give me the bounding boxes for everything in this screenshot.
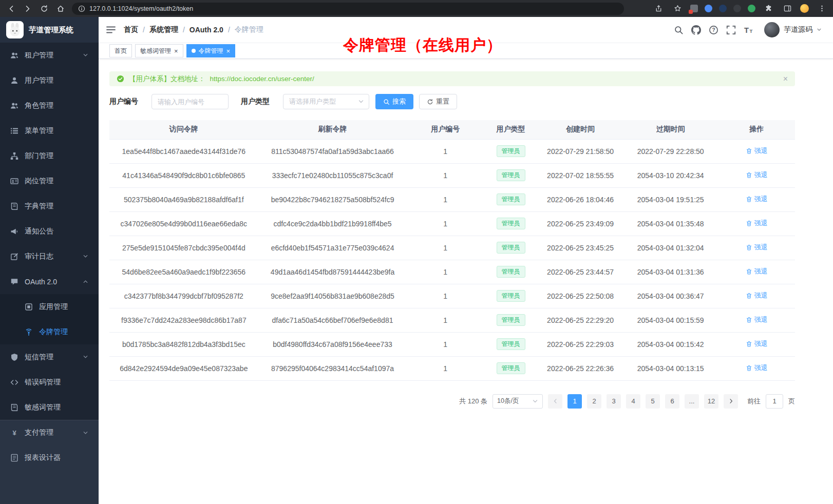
- page-button-1[interactable]: 1: [567, 394, 582, 409]
- force-logout-button[interactable]: 强退: [746, 363, 768, 373]
- fullscreen-icon[interactable]: [726, 25, 736, 35]
- refresh-token-cell: 811c530487574fa0af1a59d3abc1aa66: [258, 139, 407, 163]
- search-button[interactable]: 搜索: [375, 94, 413, 109]
- refresh-token-cell: cdfc4ce9c2da4bb1bdf21b9918ff4be5: [258, 211, 407, 236]
- create-time-cell: 2022-07-29 21:58:50: [538, 139, 623, 163]
- force-logout-button[interactable]: 强退: [746, 243, 768, 252]
- action-cell: 强退: [718, 260, 795, 284]
- font-size-icon[interactable]: TT: [744, 25, 753, 35]
- breadcrumb-current: 令牌管理: [235, 25, 263, 34]
- share-icon[interactable]: [652, 3, 665, 15]
- extension-icon-navy[interactable]: [719, 5, 727, 12]
- user-id-cell: 1: [407, 284, 484, 308]
- browser-profile-avatar[interactable]: [800, 4, 809, 13]
- force-logout-button[interactable]: 强退: [746, 291, 768, 300]
- create-time-cell: 2022-06-26 18:04:46: [538, 187, 623, 211]
- side-panel-icon[interactable]: [781, 3, 793, 15]
- app-logo[interactable]: 芋道管理系统: [0, 17, 99, 43]
- extension-icon-blue[interactable]: [705, 5, 712, 12]
- browser-forward-button[interactable]: [22, 3, 34, 15]
- sidebar-item-oauth2-token[interactable]: 令牌管理: [0, 319, 99, 344]
- user-id-cell: 1: [407, 356, 484, 380]
- sidebar-item-role[interactable]: 角色管理: [0, 93, 99, 118]
- browser-address-bar[interactable]: 127.0.0.1:1024/system/oauth2/token: [72, 3, 624, 15]
- user-type-select[interactable]: 请选择用户类型: [283, 94, 369, 109]
- breadcrumb-separator: /: [228, 26, 230, 34]
- close-icon[interactable]: ×: [226, 48, 231, 54]
- extension-icon-green[interactable]: [748, 5, 755, 12]
- extension-icon-dark[interactable]: [733, 5, 741, 12]
- force-logout-button[interactable]: 强退: [746, 146, 768, 156]
- next-page-button[interactable]: [724, 394, 738, 409]
- app-icon: [25, 303, 33, 311]
- force-logout-button[interactable]: 强退: [746, 315, 768, 324]
- sidebar-item-tenant[interactable]: 租户管理: [0, 43, 99, 68]
- page-button-4[interactable]: 4: [626, 394, 640, 409]
- table-row: 1ea5e44f8bc1467aaede43144f31de76811c5304…: [109, 139, 795, 163]
- action-cell: 强退: [718, 284, 795, 308]
- goto-page-input[interactable]: [766, 394, 783, 409]
- force-logout-button[interactable]: 强退: [746, 339, 768, 348]
- search-icon[interactable]: [674, 25, 684, 35]
- sidebar-item-post[interactable]: 岗位管理: [0, 168, 99, 193]
- extension-icon-badged[interactable]: [690, 5, 698, 12]
- sidebar-item-oauth2-app[interactable]: 应用管理: [0, 294, 99, 319]
- sidebar-item-dict[interactable]: 字典管理: [0, 193, 99, 219]
- site-info-icon[interactable]: [78, 5, 85, 12]
- page-button-12[interactable]: 12: [704, 394, 718, 409]
- browser-reload-button[interactable]: [38, 3, 50, 15]
- book-icon: [10, 202, 18, 210]
- user-id-input[interactable]: [152, 94, 229, 109]
- goto-label: 前往: [747, 397, 761, 406]
- sidebar-collapse-button[interactable]: [106, 25, 116, 35]
- chevron-down-icon: [817, 27, 822, 32]
- sidebar-item-menu[interactable]: 菜单管理: [0, 118, 99, 143]
- reset-button[interactable]: 重置: [419, 94, 457, 109]
- user-id-cell: 1: [407, 211, 484, 236]
- sidebar-item-notice[interactable]: 通知公告: [0, 219, 99, 244]
- shield-icon: [10, 353, 18, 361]
- sidebar-item-oauth2[interactable]: OAuth 2.0: [0, 269, 99, 294]
- tab-oauth2-token[interactable]: 令牌管理×: [186, 44, 236, 57]
- sidebar-item-sms[interactable]: 短信管理: [0, 344, 99, 370]
- extensions-puzzle-icon[interactable]: [762, 3, 774, 15]
- breadcrumb-system[interactable]: 系统管理: [149, 25, 178, 34]
- sidebar-item-pay[interactable]: ¥支付管理: [0, 420, 99, 445]
- browser-back-button[interactable]: [5, 3, 17, 15]
- page-button-3[interactable]: 3: [607, 394, 621, 409]
- edit-icon: [10, 253, 18, 261]
- column-header-1: 刷新令牌: [258, 120, 407, 139]
- page-button-2[interactable]: 2: [587, 394, 601, 409]
- page-button-6[interactable]: 6: [665, 394, 679, 409]
- close-icon[interactable]: ×: [174, 48, 178, 54]
- pagination: 共 120 条 10条/页 123456...12: [109, 394, 795, 409]
- sidebar-item-sensitive-word[interactable]: 敏感词管理: [0, 395, 99, 420]
- user-menu[interactable]: 芋道源码: [764, 22, 822, 37]
- pager-more-button[interactable]: ...: [685, 394, 699, 409]
- close-icon[interactable]: ×: [783, 75, 788, 83]
- github-icon[interactable]: [691, 25, 701, 35]
- browser-menu-kebab-icon[interactable]: [816, 3, 828, 15]
- page-button-5[interactable]: 5: [646, 394, 660, 409]
- tab-sensitive-word[interactable]: 敏感词管理×: [135, 44, 183, 57]
- tab-home[interactable]: 首页: [109, 44, 132, 57]
- sidebar-item-audit-log[interactable]: 审计日志: [0, 244, 99, 269]
- sidebar-item-error-code[interactable]: 错误码管理: [0, 370, 99, 395]
- force-logout-button[interactable]: 强退: [746, 170, 768, 180]
- browser-home-button[interactable]: [54, 3, 67, 15]
- breadcrumb-home[interactable]: 首页: [124, 25, 138, 34]
- prev-page-button[interactable]: [548, 394, 562, 409]
- force-logout-button[interactable]: 强退: [746, 219, 768, 228]
- sidebar-item-report-designer[interactable]: 报表设计器: [0, 445, 99, 470]
- force-logout-button[interactable]: 强退: [746, 267, 768, 276]
- action-cell: 强退: [718, 308, 795, 332]
- help-icon[interactable]: ?: [709, 25, 718, 35]
- bookmark-star-icon[interactable]: [671, 3, 684, 15]
- doc-link[interactable]: https://doc.iocoder.cn/user-center/: [210, 75, 314, 83]
- breadcrumb-oauth2[interactable]: OAuth 2.0: [190, 26, 223, 34]
- sidebar-item-dept[interactable]: 部门管理: [0, 143, 99, 168]
- force-logout-button[interactable]: 强退: [746, 195, 768, 204]
- sidebar-item-label: 敏感词管理: [25, 403, 61, 412]
- page-size-select[interactable]: 10条/页: [493, 394, 543, 409]
- sidebar-item-user[interactable]: 用户管理: [0, 68, 99, 93]
